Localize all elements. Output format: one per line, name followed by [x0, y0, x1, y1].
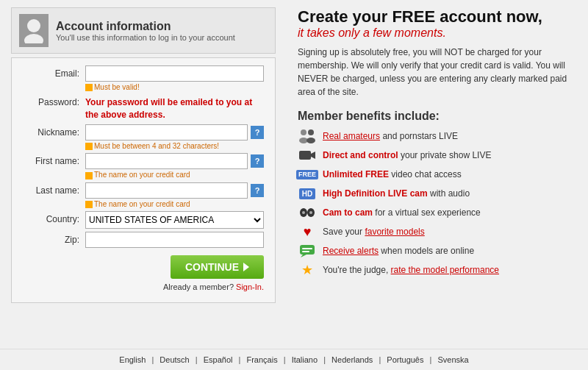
benefit-item-7: Receive alerts when models are online: [298, 243, 577, 258]
headline-free: Create your FREE account now,: [298, 7, 577, 26]
page-wrapper: Account information You'll use this info…: [0, 0, 588, 370]
person-icon: [298, 129, 317, 143]
email-row: Email: Must be valid!: [23, 65, 264, 91]
zip-row: Zip:: [23, 232, 264, 248]
heart-icon: ♥: [298, 224, 317, 239]
warning-icon-3: [85, 172, 93, 179]
lastname-row: Last name: ? The name on your credit car…: [23, 182, 264, 208]
form-panel: Email: Must be valid! Password: Your pas…: [11, 57, 276, 303]
footer-link-deutsch[interactable]: Deutsch: [159, 355, 189, 364]
footer-link-espanol[interactable]: Español: [204, 355, 233, 364]
lastname-info-button[interactable]: ?: [251, 184, 264, 197]
nickname-hint: Must be between 4 and 32 characters!: [85, 142, 264, 150]
lastname-label: Last name:: [23, 182, 85, 196]
footer: English | Deutsch | Español | Français |…: [0, 349, 588, 370]
hd-icon: HD: [298, 186, 317, 201]
main-content: Account information You'll use this info…: [0, 0, 588, 349]
email-input[interactable]: [85, 65, 264, 82]
benefit-item-5: Cam to cam for a virtual sex experience: [298, 205, 577, 220]
benefit-text-3: Unlimited FREE video chat access: [323, 169, 462, 179]
nickname-input[interactable]: [85, 124, 248, 140]
country-select[interactable]: UNITED STATES OF AMERICA: [85, 211, 264, 229]
avatar: [19, 14, 49, 47]
footer-link-francais[interactable]: Français: [246, 355, 277, 364]
svg-rect-14: [302, 248, 312, 249]
hd-badge: HD: [299, 188, 315, 199]
zip-input[interactable]: [85, 232, 264, 248]
svg-rect-12: [300, 245, 315, 255]
password-label: Password:: [23, 94, 85, 107]
firstname-input[interactable]: [85, 153, 248, 169]
svg-point-1: [24, 34, 43, 43]
email-field-block: Must be valid!: [85, 65, 264, 91]
account-header: Account information You'll use this info…: [11, 7, 276, 54]
footer-link-english[interactable]: English: [119, 355, 146, 364]
svg-point-5: [306, 138, 315, 143]
firstname-input-group: ?: [85, 153, 264, 169]
account-title-block: Account information You'll use this info…: [56, 20, 235, 42]
nickname-info-button[interactable]: ?: [251, 126, 264, 139]
svg-rect-15: [302, 251, 309, 252]
benefit-text-6: Save your favorite models: [323, 227, 425, 237]
svg-point-0: [27, 19, 40, 32]
password-message: Your password will be emailed to you at …: [85, 96, 264, 121]
benefit-text-7: Receive alerts when models are online: [323, 246, 474, 256]
benefit-text-5: Cam to cam for a virtual sex experience: [323, 207, 481, 218]
firstname-info-button[interactable]: ?: [251, 154, 264, 168]
free-description: Signing up is absolutely free, you will …: [298, 46, 577, 99]
benefit-text-4: High Definition LIVE cam with audio: [323, 188, 470, 199]
lastname-input[interactable]: [85, 182, 248, 199]
email-hint: Must be valid!: [85, 83, 264, 91]
firstname-field-block: ? The name on your credit card: [85, 153, 264, 179]
star-symbol: ★: [301, 262, 313, 278]
benefit-item-1: Real amateurs and pornstars LIVE: [298, 129, 577, 143]
warning-icon-4: [85, 201, 93, 208]
benefits-title: Member benefits include:: [298, 110, 577, 123]
heart-symbol: ♥: [304, 224, 312, 240]
btn-row: CONTINUE: [23, 255, 264, 279]
benefit-text-8: You're the judge, rate the model perform…: [323, 265, 499, 275]
left-panel: Account information You'll use this info…: [11, 7, 276, 341]
continue-arrow-icon: [243, 263, 249, 271]
footer-link-italiano[interactable]: Italiano: [292, 355, 318, 364]
signin-link[interactable]: Sign-In.: [236, 282, 264, 291]
star-icon: ★: [298, 263, 317, 277]
footer-link-portugues[interactable]: Português: [387, 355, 423, 364]
password-field-block: Your password will be emailed to you at …: [85, 94, 264, 121]
country-label: Country:: [23, 211, 85, 224]
svg-marker-13: [301, 255, 306, 257]
nickname-label: Nickname:: [23, 124, 85, 138]
footer-link-nederlands[interactable]: Nederlands: [331, 355, 373, 364]
nickname-row: Nickname: ? Must be between 4 and 32 cha…: [23, 124, 264, 150]
continue-button[interactable]: CONTINUE: [171, 255, 264, 279]
account-subtitle: You'll use this information to log in to…: [56, 33, 235, 42]
right-panel: Create your FREE account now, it takes o…: [290, 7, 577, 341]
svg-marker-7: [311, 152, 315, 159]
zip-label: Zip:: [23, 232, 85, 245]
country-field-block: UNITED STATES OF AMERICA: [85, 211, 264, 229]
country-row: Country: UNITED STATES OF AMERICA: [23, 211, 264, 229]
warning-icon-2: [85, 143, 93, 150]
svg-point-2: [301, 129, 306, 135]
firstname-hint: The name on your credit card: [85, 171, 264, 179]
zip-field-block: [85, 232, 264, 248]
eyes-icon: [298, 205, 317, 220]
svg-point-9: [302, 211, 305, 214]
firstname-label: First name:: [23, 153, 85, 166]
benefit-item-8: ★ You're the judge, rate the model perfo…: [298, 263, 577, 277]
benefit-item-3: FREE Unlimited FREE video chat access: [298, 167, 577, 182]
benefit-item-4: HD High Definition LIVE cam with audio: [298, 186, 577, 201]
email-label: Email:: [23, 65, 85, 79]
lastname-field-block: ? The name on your credit card: [85, 182, 264, 208]
free-badge: FREE: [296, 170, 318, 179]
benefit-item-6: ♥ Save your favorite models: [298, 224, 577, 239]
unlimited-icon: FREE: [298, 167, 317, 182]
firstname-row: First name: ? The name on your credit ca…: [23, 153, 264, 179]
footer-link-svenska[interactable]: Svenska: [437, 355, 468, 364]
headline-sub: it takes only a few moments.: [298, 26, 577, 40]
benefit-text-1: Real amateurs and pornstars LIVE: [323, 131, 458, 141]
lastname-input-group: ?: [85, 182, 264, 199]
svg-point-4: [308, 129, 314, 135]
password-row: Password: Your password will be emailed …: [23, 94, 264, 121]
warning-icon: [85, 84, 93, 91]
